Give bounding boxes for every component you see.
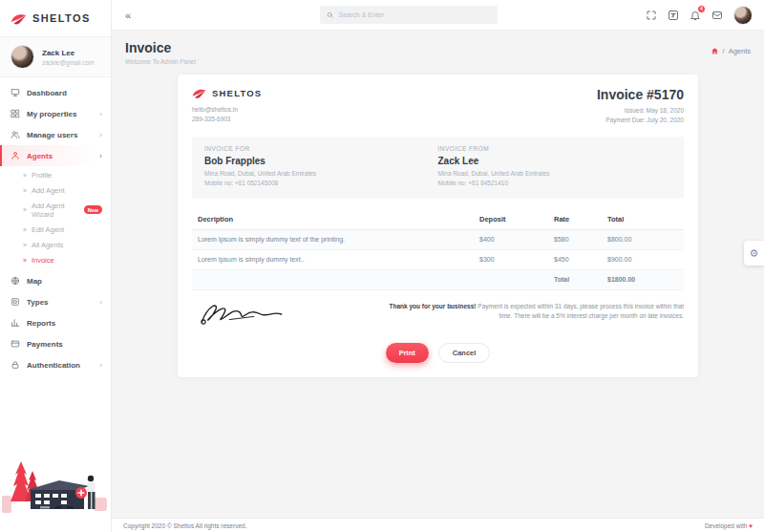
sidebar-item-manage-users[interactable]: Manage users › (0, 124, 111, 145)
submenu-item-label: Add Agent (32, 186, 65, 195)
app-window: SHELTOS Zack Lee zackle@gmail.com Dashbo… (0, 0, 764, 532)
house-illustration (2, 446, 109, 515)
invoice-header: SHELTOS hello@sheltos.in 289-335-6903 In… (192, 87, 684, 126)
table-total-row: Total $1800.00 (192, 269, 684, 289)
sidebar-item-payments[interactable]: Payments (0, 333, 111, 354)
thank-you-bold: Thank you for your business! (389, 303, 476, 309)
sidebar-item-authentication[interactable]: Authentication › (0, 354, 111, 375)
dashboard-icon (11, 88, 20, 97)
cell-total: $800.00 (602, 229, 684, 249)
table-row: Lorem Ipsum is simply dummy text of the … (192, 229, 684, 249)
invoice-footer-row: Thank you for your business! Payment is … (192, 298, 684, 330)
home-icon[interactable] (711, 47, 719, 55)
sidebar-item-reports[interactable]: Reports (0, 312, 111, 333)
col-rate: Rate (548, 209, 602, 230)
invoice-issued-date: Issued: May 18, 2020 (597, 106, 684, 116)
sidebar-item-label: Manage users (27, 131, 77, 139)
sidebar: SHELTOS Zack Lee zackle@gmail.com Dashbo… (0, 0, 112, 532)
sidebar-item-types[interactable]: Types › (0, 291, 111, 312)
new-badge: New (84, 205, 102, 214)
submenu-arrow-icon: » (23, 257, 27, 264)
submenu-item-label: All Agents (32, 241, 63, 249)
submenu-item-label: Invoice (32, 256, 54, 265)
sheltos-bird-icon (11, 11, 27, 26)
breadcrumb: / Agents (711, 47, 751, 55)
invoice-parties: INVOICE FOR Bob Frapples Mina Road, Duba… (192, 137, 684, 199)
thank-you-note: Thank you for your business! Payment is … (376, 298, 684, 321)
invoice-table: Decription Deposit Rate Total Lorem Ipsu… (192, 209, 684, 290)
col-total: Total (602, 209, 684, 230)
invoice-company-phone: 289-335-6903 (192, 115, 262, 124)
brand-logo[interactable]: SHELTOS (0, 0, 111, 36)
sheltos-bird-icon (192, 87, 206, 99)
sidebar-item-label: Agents (27, 152, 53, 160)
submenu-arrow-icon: » (23, 226, 27, 233)
cell-deposit: $400 (474, 229, 548, 249)
page-header: Invoice Welcome To Admin Panel / Agents (112, 31, 764, 73)
heart-icon: ♥ (749, 522, 753, 529)
profile-avatar[interactable] (733, 6, 753, 25)
translate-icon[interactable] (668, 10, 679, 21)
chevron-right-icon: › (99, 110, 102, 118)
invoice-from-name: Zack Lee (438, 156, 672, 166)
chevron-right-icon: › (99, 361, 102, 370)
payments-card-icon (11, 339, 20, 349)
sidebar-item-map[interactable]: Map (0, 270, 111, 291)
invoice-for-block: INVOICE FOR Bob Frapples Mina Road, Duba… (204, 145, 438, 189)
search-icon (327, 11, 333, 19)
invoice-for-name: Bob Frapples (204, 156, 438, 166)
cell-description: Lorem Ipsum is simply dummy text.. (192, 249, 474, 269)
notifications-bell-icon[interactable]: 4 (690, 10, 701, 21)
chevron-right-icon: › (99, 298, 102, 307)
submenu-item-invoice[interactable]: » Invoice (0, 252, 111, 267)
invoice-for-mobile: Mobile no: +61 052145008 (204, 179, 438, 188)
footer: Copyright 2020 © Sheltos All rights rese… (112, 518, 764, 532)
invoice-from-block: INVOICE FROM Zack Lee Mina Road, Dubai, … (438, 145, 672, 189)
chevron-right-icon: › (99, 131, 102, 139)
chevron-right-icon: › (99, 152, 102, 160)
submenu-arrow-icon: » (23, 187, 27, 194)
search-bar[interactable] (320, 6, 498, 24)
submenu-item-edit-agent[interactable]: » Edit Agent (0, 222, 111, 237)
agents-submenu: » Profile » Add Agent » Add Agent Wizard… (0, 166, 111, 270)
lock-icon (11, 360, 20, 370)
mail-icon[interactable] (711, 10, 723, 21)
user-email: zackle@gmail.com (42, 59, 95, 66)
settings-gear-button[interactable]: ⚙ (744, 241, 764, 266)
submenu-item-all-agents[interactable]: » All Agents (0, 237, 111, 252)
footer-developed: Developed with ♥ (705, 522, 753, 529)
print-button[interactable]: Print (386, 343, 429, 363)
sidebar-item-my-properties[interactable]: My properties › (0, 103, 111, 124)
types-icon (11, 297, 20, 307)
submenu-item-add-agent[interactable]: » Add Agent (0, 182, 111, 198)
submenu-item-profile[interactable]: » Profile (0, 167, 111, 182)
topbar: « 4 (112, 0, 764, 31)
thank-you-text: Payment is expected within 31 days, plea… (478, 303, 684, 319)
invoice-card: SHELTOS hello@sheltos.in 289-335-6903 In… (178, 74, 698, 377)
invoice-from-mobile: Mobile no: +61 84521410 (438, 179, 672, 188)
cell-total: $900.00 (602, 249, 684, 269)
page-subtitle: Welcome To Admin Panel (125, 58, 196, 65)
main-column: « 4 (112, 0, 764, 532)
submenu-item-add-agent-wizard[interactable]: » Add Agent Wizard New (0, 198, 111, 222)
cancel-button[interactable]: Cancel (438, 343, 491, 363)
breadcrumb-current[interactable]: Agents (729, 47, 751, 55)
sidebar-item-label: Map (27, 277, 42, 286)
fullscreen-icon[interactable] (646, 10, 657, 21)
sidebar-item-agents[interactable]: Agents › (0, 145, 111, 166)
cell-description: Lorem Ipsum is simply dummy text of the … (192, 229, 474, 249)
sidebar-user-card[interactable]: Zack Lee zackle@gmail.com (0, 36, 111, 77)
brand-name: SHELTOS (32, 12, 91, 24)
sidebar-collapse-icon[interactable]: « (125, 10, 131, 21)
submenu-item-label: Edit Agent (32, 225, 64, 234)
sidebar-item-label: Payments (27, 340, 63, 349)
sidebar-item-label: Types (27, 298, 49, 307)
search-input[interactable] (339, 11, 492, 18)
agents-icon (11, 151, 20, 160)
col-deposit: Deposit (474, 209, 548, 230)
sidebar-item-label: Dashboard (27, 89, 67, 97)
sidebar-item-dashboard[interactable]: Dashboard (0, 82, 111, 103)
submenu-item-label: Add Agent Wizard (32, 202, 79, 219)
invoice-company-email: hello@sheltos.in (192, 105, 262, 115)
map-globe-icon (11, 276, 20, 286)
